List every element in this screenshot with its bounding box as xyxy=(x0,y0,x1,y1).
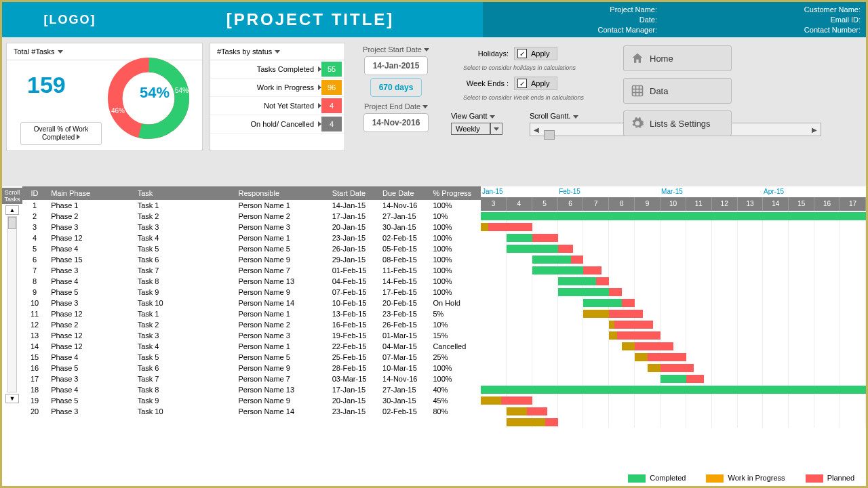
scroll-down-button[interactable]: ▼ xyxy=(5,394,19,403)
gantt-cell xyxy=(763,276,789,287)
lists-settings-button[interactable]: Lists & Settings xyxy=(623,110,732,136)
table-row[interactable]: 11 Phase 12 Task 1 Person Name 1 13-Feb-… xyxy=(22,308,481,319)
gantt-cell xyxy=(738,363,764,373)
gantt-cell xyxy=(814,352,840,363)
table-header[interactable]: % Progress xyxy=(429,186,481,200)
cell-progress: 100% xyxy=(429,363,481,373)
data-button[interactable]: Data xyxy=(623,78,732,104)
gantt-cell xyxy=(507,298,532,308)
table-row[interactable]: 12 Phase 2 Task 2 Person Name 2 16-Feb-1… xyxy=(22,319,481,330)
weekends-apply-toggle[interactable]: ✓ Apply xyxy=(514,77,557,90)
table-row[interactable]: 6 Phase 15 Task 6 Person Name 9 29-Jan-1… xyxy=(22,254,481,265)
gantt-cell xyxy=(814,373,840,384)
table-row[interactable]: 1 Phase 1 Task 1 Person Name 1 14-Jan-15… xyxy=(22,200,481,211)
gantt-cell xyxy=(507,352,532,363)
cell-responsible: Person Name 7 xyxy=(234,265,328,276)
vertical-scroll-thumb[interactable] xyxy=(8,217,16,229)
table-row[interactable]: 15 Phase 4 Task 5 Person Name 5 25-Feb-1… xyxy=(22,352,481,363)
gantt-cell xyxy=(481,373,507,384)
table-header[interactable]: Responsible xyxy=(234,186,328,200)
table-row[interactable]: 13 Phase 12 Task 3 Person Name 3 19-Feb-… xyxy=(22,330,481,341)
table-row[interactable]: 2 Phase 2 Task 2 Person Name 2 17-Jan-15… xyxy=(22,211,481,222)
gantt-cell xyxy=(583,352,609,363)
gantt-cell xyxy=(738,265,764,276)
project-meta-right: Customer Name: Email ID: Contact Number: xyxy=(663,2,866,37)
holidays-hint: Select to consider holidays in calculati… xyxy=(463,64,616,71)
gantt-month-label: Mar-15 xyxy=(661,188,764,197)
cell-phase: Phase 5 xyxy=(47,287,134,298)
cell-id: 2 xyxy=(22,211,47,222)
cell-id: 3 xyxy=(22,222,47,232)
table-header[interactable]: Start Date xyxy=(328,186,378,200)
table-header[interactable]: Task xyxy=(134,186,235,200)
table-row[interactable]: 7 Phase 3 Task 7 Person Name 7 01-Feb-15… xyxy=(22,265,481,276)
table-row[interactable]: 16 Phase 5 Task 6 Person Name 9 28-Feb-1… xyxy=(22,363,481,373)
overall-work-button[interactable]: Overall % of Work Completed xyxy=(20,122,102,145)
gantt-cell xyxy=(660,232,686,243)
table-header[interactable]: Main Phase xyxy=(47,186,134,200)
gantt-cell xyxy=(814,406,840,417)
gantt-cell xyxy=(686,352,712,363)
gantt-cell xyxy=(712,341,738,352)
gantt-cell xyxy=(840,276,866,287)
vertical-scroll-track[interactable] xyxy=(7,216,17,392)
gantt-cell xyxy=(532,330,558,341)
end-date-label[interactable]: Project End Date xyxy=(364,102,428,110)
gantt-cell xyxy=(532,319,558,330)
holidays-apply-toggle[interactable]: ✓ Apply xyxy=(514,47,557,60)
gantt-cell xyxy=(686,308,712,319)
cell-id: 17 xyxy=(22,373,47,384)
cell-progress: 100% xyxy=(429,232,481,243)
scroll-right-icon[interactable]: ▶ xyxy=(808,126,821,134)
status-row[interactable]: Work in Progress 96 xyxy=(210,79,344,97)
cell-start: 01-Feb-15 xyxy=(328,265,378,276)
table-row[interactable]: 17 Phase 3 Task 7 Person Name 7 03-Mar-1… xyxy=(22,373,481,384)
gantt-cell xyxy=(712,232,738,243)
table-row[interactable]: 3 Phase 3 Task 3 Person Name 3 20-Jan-15… xyxy=(22,222,481,232)
table-row[interactable]: 20 Phase 3 Task 10 Person Name 14 23-Jan… xyxy=(22,406,481,417)
cell-due: 01-Mar-15 xyxy=(378,330,429,341)
gantt-bar xyxy=(558,245,574,253)
status-row[interactable]: Not Yet Started 4 xyxy=(210,97,344,115)
gantt-cell xyxy=(686,341,712,352)
cell-id: 12 xyxy=(22,319,47,330)
gantt-cell xyxy=(763,243,789,254)
gantt-cell xyxy=(609,406,635,417)
scroll-up-button[interactable]: ▲ xyxy=(5,205,19,215)
table-row[interactable]: 4 Phase 12 Task 4 Person Name 1 23-Jan-1… xyxy=(22,232,481,243)
gantt-cell xyxy=(609,254,635,265)
gantt-row xyxy=(481,319,866,330)
gantt-month-label: Apr-15 xyxy=(764,188,866,197)
cell-start: 29-Jan-15 xyxy=(328,254,378,265)
gantt-cell xyxy=(558,406,584,417)
view-gantt-dropdown[interactable]: View Gantt xyxy=(451,112,502,120)
scroll-thumb[interactable] xyxy=(544,130,555,140)
table-row[interactable]: 19 Phase 5 Task 9 Person Name 9 20-Jan-1… xyxy=(22,395,481,406)
table-row[interactable]: 5 Phase 4 Task 5 Person Name 5 26-Jan-15… xyxy=(22,243,481,254)
table-row[interactable]: 8 Phase 4 Task 8 Person Name 13 04-Feb-1… xyxy=(22,276,481,287)
table-row[interactable]: 18 Phase 4 Task 8 Person Name 13 17-Jan-… xyxy=(22,384,481,395)
status-row[interactable]: On hold/ Cancelled 4 xyxy=(210,115,344,134)
table-header[interactable]: ID xyxy=(22,186,47,200)
scroll-left-icon[interactable]: ◀ xyxy=(530,126,542,134)
table-row[interactable]: 10 Phase 3 Task 10 Person Name 14 10-Feb… xyxy=(22,298,481,308)
gantt-cell xyxy=(712,395,738,406)
scroll-tasks-label: Scroll Tasks xyxy=(2,188,22,204)
table-row[interactable]: 9 Phase 5 Task 9 Person Name 9 07-Feb-15… xyxy=(22,287,481,298)
cell-id: 1 xyxy=(22,200,47,211)
gantt-cell xyxy=(507,287,532,298)
table-header[interactable]: Due Date xyxy=(378,186,429,200)
cell-id: 7 xyxy=(22,265,47,276)
cell-task: Task 10 xyxy=(134,406,235,417)
status-header[interactable]: #Tasks by status xyxy=(210,43,344,60)
home-button[interactable]: Home xyxy=(623,45,732,71)
cell-start: 20-Jan-15 xyxy=(328,222,378,232)
cell-progress: 100% xyxy=(429,222,481,232)
weekly-select[interactable]: Weekly xyxy=(451,123,502,135)
table-row[interactable]: 14 Phase 12 Task 4 Person Name 1 22-Feb-… xyxy=(22,341,481,352)
start-date-label[interactable]: Project Start Date xyxy=(363,45,429,54)
status-row[interactable]: Tasks Completed 55 xyxy=(210,60,344,79)
chevron-right-icon xyxy=(77,134,80,140)
cell-progress: 100% xyxy=(429,254,481,265)
gantt-cell xyxy=(558,395,584,406)
